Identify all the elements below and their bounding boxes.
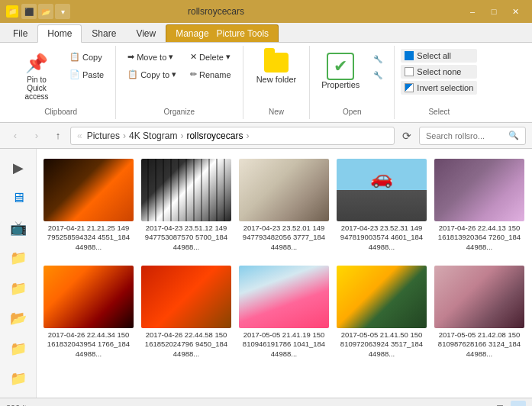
- thumb-image: [239, 159, 329, 221]
- ribbon-clipboard-group: 📌 Pin to Quick access 📋 Copy 📄 Paste Cli…: [6, 46, 116, 119]
- search-bar[interactable]: 🔍: [419, 127, 526, 145]
- up-button[interactable]: ↑: [49, 127, 67, 145]
- ribbon-tabs: File Home Share View Manage Picture Tool…: [0, 23, 532, 43]
- thumb-label: 2017-04-23 23.51.12 149947753087570 5700…: [144, 224, 228, 252]
- breadcrumb-sep-2: ›: [180, 130, 183, 141]
- main-area: ▶ 🖥 📺 📁 📁 📂 📁 📁 2017-04-21 21.21.25 1497…: [0, 149, 532, 398]
- paste-button[interactable]: 📄 Paste: [64, 66, 109, 82]
- sidebar-expand-icon[interactable]: ▶: [5, 155, 32, 181]
- tab-file[interactable]: File: [3, 24, 37, 42]
- properties-button[interactable]: ✔ Properties: [316, 49, 365, 93]
- ribbon-new-group: New folder New: [243, 46, 311, 119]
- gallery-item[interactable]: 2017-04-23 23.52.31 149947819003574 4601…: [336, 155, 427, 256]
- pin-button[interactable]: 📌 Pin to Quick access: [12, 49, 61, 105]
- select-none-button[interactable]: Select none: [401, 65, 477, 79]
- open-option-1[interactable]: 🔧: [368, 52, 388, 66]
- thumb-label: 2017-05-05 21.42.08 150810987628166 3124…: [437, 330, 521, 359]
- sidebar-folder5-icon[interactable]: 📁: [5, 366, 32, 392]
- thumb-image: [337, 266, 427, 328]
- items-count: 899 items: [6, 404, 43, 407]
- copy-icon: 📋: [69, 52, 80, 62]
- ribbon-open-group: ✔ Properties 🔧 🔧 Open: [310, 46, 395, 119]
- address-bar: ‹ › ↑ « Pictures › 4K Stogram › rollsroy…: [0, 123, 532, 149]
- status-bar: 899 items ⊞ ≡: [0, 398, 532, 406]
- rename-button[interactable]: ✏ Rename: [185, 66, 237, 82]
- gallery-item[interactable]: 2017-04-26 22.44.13 150161813920364 7260…: [434, 155, 525, 256]
- list-view-button[interactable]: ≡: [511, 401, 526, 407]
- copy-button[interactable]: 📋 Copy: [64, 49, 109, 65]
- thumb-label: 2017-04-21 21.21.25 149795258594324 4551…: [47, 224, 131, 252]
- breadcrumb[interactable]: « Pictures › 4K Stogram › rollsroycecars…: [70, 127, 395, 145]
- maximize-button[interactable]: □: [483, 4, 505, 19]
- rename-icon: ✏: [190, 69, 197, 79]
- new-label: New: [269, 105, 284, 116]
- gallery-item[interactable]: 2017-04-23 23.51.12 149947753087570 5700…: [140, 155, 232, 256]
- delete-dropdown-icon: ▾: [226, 52, 231, 62]
- select-label: Select: [428, 105, 450, 116]
- copy-to-button[interactable]: 📋 Copy to ▾: [122, 66, 182, 82]
- search-icon: 🔍: [508, 130, 519, 140]
- pin-icon: 📌: [25, 53, 48, 74]
- open-option-2[interactable]: 🔧: [368, 68, 388, 82]
- delete-button[interactable]: ✕ Delete ▾: [185, 49, 237, 65]
- select-all-button[interactable]: Select all: [401, 49, 477, 63]
- thumb-label: 2017-04-26 22.44.34 150161832043954 1766…: [47, 330, 131, 359]
- checkmark-icon: ✔: [327, 53, 354, 80]
- thumb-label: 2017-04-26 22.44.58 150161852024796 9450…: [144, 330, 228, 359]
- sidebar-monitor-icon[interactable]: 📺: [5, 215, 32, 241]
- gallery-item[interactable]: 2017-05-05 21.41.50 150810972063924 3517…: [336, 262, 427, 362]
- thumb-image: [44, 159, 134, 221]
- breadcrumb-stogram[interactable]: 4K Stogram: [129, 130, 177, 141]
- invert-selection-button[interactable]: Invert selection: [401, 81, 477, 95]
- minimize-button[interactable]: –: [462, 4, 483, 19]
- clipboard-label: Clipboard: [44, 105, 77, 116]
- gallery-item[interactable]: 2017-04-26 22.44.34 150161832043954 1766…: [43, 262, 134, 362]
- tab-view[interactable]: View: [126, 24, 166, 42]
- new-folder-button[interactable]: New folder: [250, 49, 304, 88]
- sidebar-folder1-icon[interactable]: 📁: [5, 246, 32, 272]
- thumb-image: [434, 159, 524, 221]
- window-title: rollsroycecars: [188, 6, 244, 17]
- gallery-item[interactable]: 2017-05-05 21.42.08 150810987628166 3124…: [434, 262, 525, 362]
- thumb-image: [337, 159, 427, 221]
- thumb-label: 2017-04-23 23.52.31 149947819003574 4601…: [340, 224, 424, 252]
- thumb-label: 2017-04-26 22.44.13 150161813920364 7260…: [437, 224, 521, 252]
- tab-share[interactable]: Share: [82, 24, 126, 42]
- sidebar-folder3-icon[interactable]: 📂: [5, 306, 32, 332]
- tab-home[interactable]: Home: [37, 24, 82, 43]
- breadcrumb-pictures[interactable]: Pictures: [87, 130, 120, 141]
- delete-icon: ✕: [190, 52, 197, 62]
- gallery: 2017-04-21 21.21.25 149795258594324 4551…: [37, 149, 532, 398]
- sidebar-desktop-icon[interactable]: 🖥: [5, 185, 32, 211]
- forward-button[interactable]: ›: [27, 127, 46, 145]
- sidebar-folder4-icon[interactable]: 📁: [5, 336, 32, 362]
- thumb-image: [434, 266, 524, 328]
- thumb-image: [141, 159, 231, 221]
- organize-label: Organize: [164, 105, 195, 116]
- title-bar: 📁 ⬛ 📂 ▾ rollsroycecars – □ ✕: [0, 0, 532, 23]
- invert-checkbox: [405, 83, 414, 92]
- quick-access-properties[interactable]: ⬛: [21, 4, 37, 19]
- move-to-button[interactable]: ➡ Move to ▾: [122, 49, 182, 65]
- quick-access-dropdown[interactable]: ▾: [55, 4, 70, 19]
- refresh-button[interactable]: ⟳: [398, 127, 416, 145]
- copy-to-icon: 📋: [127, 69, 138, 79]
- close-button[interactable]: ✕: [505, 4, 526, 19]
- quick-access-new-folder[interactable]: 📂: [38, 4, 53, 19]
- gallery-item[interactable]: 2017-05-05 21.41.19 150810946191786 1041…: [238, 262, 330, 362]
- copy-to-dropdown-icon: ▾: [172, 69, 176, 79]
- thumb-image: [44, 266, 134, 328]
- tab-picture-tools-manage[interactable]: Manage Picture Tools: [166, 24, 279, 42]
- gallery-item[interactable]: 2017-04-26 22.44.58 150161852024796 9450…: [140, 262, 232, 362]
- grid-view-button[interactable]: ⊞: [492, 401, 508, 407]
- gallery-item[interactable]: 2017-04-21 21.21.25 149795258594324 4551…: [43, 155, 134, 256]
- back-button[interactable]: ‹: [6, 127, 24, 145]
- move-dropdown-icon: ▾: [169, 52, 173, 62]
- thumb-label: 2017-04-23 23.52.01 149947793482056 3777…: [242, 224, 326, 252]
- sidebar-folder2-icon[interactable]: 📁: [5, 276, 32, 301]
- breadcrumb-sep-3: ›: [246, 130, 249, 141]
- search-input[interactable]: [426, 131, 508, 140]
- breadcrumb-current: rollsroycecars: [186, 130, 243, 141]
- gallery-item[interactable]: 2017-04-23 23.52.01 149947793482056 3777…: [238, 155, 330, 256]
- ribbon-select-group: Select all Select none Invert selection …: [395, 46, 483, 119]
